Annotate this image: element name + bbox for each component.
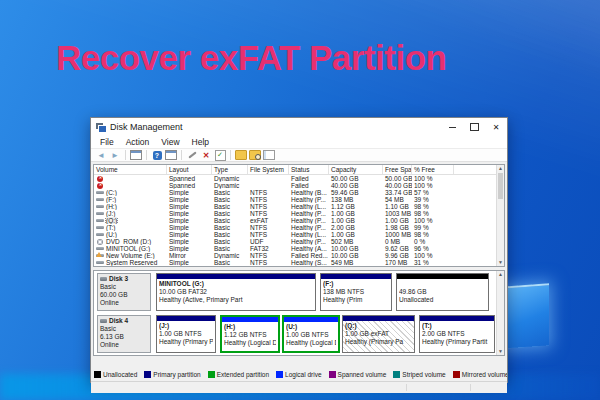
volume-pct-free: 96 % (412, 245, 454, 252)
disk-status: Online (100, 341, 148, 349)
volume-row[interactable]: System Reserved Simple Basic NTFS Health… (94, 259, 504, 266)
show-console-tree-icon[interactable] (130, 149, 142, 161)
disk-4-label[interactable]: Disk 4 Basic 6.13 GB Online (97, 315, 151, 353)
properties-panel-icon[interactable] (165, 149, 177, 161)
volume-status: Failed (289, 175, 329, 182)
column-header[interactable]: Free Spa... (383, 165, 412, 174)
column-header[interactable]: Volume (94, 165, 167, 174)
scroll-down-icon[interactable]: ▼ (498, 259, 503, 266)
volume-icon (96, 175, 105, 182)
volume-pct-free: 100 % (412, 182, 454, 189)
volume-type: Basic (212, 231, 248, 238)
help-icon[interactable] (151, 149, 163, 161)
volume-free-space: 1.10 GB (383, 203, 412, 210)
delete-icon[interactable] (200, 149, 212, 161)
partition-size: 138 MB NTFS (323, 288, 389, 296)
volume-capacity: 10.00 GB (329, 245, 383, 252)
volume-free-space: 9.96 GB (383, 252, 412, 259)
volume-type: Basic (212, 210, 248, 217)
volume-filesystem: NTFS (248, 259, 289, 266)
partition-u[interactable]: (U:) 1.00 GB NTFS Healthy (Logical Dri (282, 315, 340, 353)
new-folder-icon[interactable] (235, 149, 247, 161)
volume-name: (C:) (106, 189, 117, 196)
volume-type: Basic (212, 203, 248, 210)
menu-help[interactable]: Help (186, 137, 215, 147)
volume-icon (96, 182, 105, 189)
scroll-down-icon[interactable]: ▼ (498, 348, 503, 355)
forward-icon[interactable] (109, 149, 121, 161)
volume-row[interactable]: Spanned Dynamic Failed 40.00 GB 40.00 GB… (94, 182, 504, 189)
maximize-button[interactable] (463, 118, 485, 136)
volume-free-space: 9.62 GB (383, 245, 412, 252)
column-header[interactable]: Capacity (329, 165, 383, 174)
volume-name: (Q:) (106, 217, 117, 224)
disk-type: Basic (100, 325, 148, 333)
partition-minitool-g[interactable]: MINITOOL (G:) 10.00 GB FAT32 Healthy (Ac… (156, 273, 316, 311)
volume-status: Failed Red... (289, 252, 329, 259)
column-header[interactable]: File System (248, 165, 289, 174)
volume-pct-free: 98 % (412, 231, 454, 238)
legend-swatch (329, 371, 336, 378)
volume-row[interactable]: (F:) Simple Basic NTFS Healthy (P... 138… (94, 196, 504, 203)
partition-size: 10.00 GB FAT32 (159, 288, 313, 296)
partition-q[interactable]: (Q:) 1.00 GB exFAT Healthy (Primary Pa (342, 315, 415, 353)
legend-swatch (144, 371, 151, 378)
volume-layout: Spanned (167, 182, 212, 189)
volume-icon (96, 217, 105, 224)
volume-row[interactable]: Spanned Dynamic Failed 50.00 GB 50.00 GB… (94, 175, 504, 182)
minimize-button[interactable] (441, 118, 463, 136)
volume-row[interactable]: MINITOOL (G:) Simple Basic FAT32 Healthy… (94, 245, 504, 252)
disk-name: Disk 3 (109, 275, 128, 283)
volume-row[interactable]: (H:) Simple Basic NTFS Healthy (L... 1.1… (94, 203, 504, 210)
back-icon[interactable] (95, 149, 107, 161)
volume-status: Healthy (L... (289, 231, 329, 238)
title-bar[interactable]: Disk Management (91, 118, 507, 136)
volume-row[interactable]: (J:) Simple Basic NTFS Healthy (P... 1.0… (94, 210, 504, 217)
column-header[interactable]: % Free (412, 165, 454, 174)
partition-h[interactable]: (H:) 1.12 GB NTFS Healthy (Logical Dri (220, 315, 280, 353)
volume-row[interactable]: (T:) Simple Basic NTFS Healthy (P... 2.0… (94, 224, 504, 231)
menu-view[interactable]: View (155, 137, 185, 147)
menu-action[interactable]: Action (120, 137, 156, 147)
volume-row[interactable]: DVD_ROM (D:) Simple Basic UDF Healthy (P… (94, 238, 504, 245)
column-header[interactable]: Layout (167, 165, 212, 174)
column-header[interactable]: Status (289, 165, 329, 174)
partition-size: 1.00 GB NTFS (286, 331, 336, 339)
volume-row[interactable]: New Volume (E:) Mirror Dynamic NTFS Fail… (94, 252, 504, 259)
windows-logo (501, 283, 549, 348)
headline-text: Recover exFAT Partition (56, 38, 446, 78)
tool-icon[interactable] (186, 149, 198, 161)
legend-label: Logical drive (285, 371, 322, 378)
scrollbar-thumb[interactable] (498, 173, 503, 199)
scroll-up-icon[interactable]: ▲ (498, 271, 503, 278)
partition-t[interactable]: (T:) 2.00 GB NTFS Healthy (Primary Parti… (419, 315, 495, 353)
volume-capacity: 1.12 GB (329, 203, 383, 210)
toolbar-separator (181, 150, 182, 160)
scroll-up-icon[interactable]: ▲ (498, 165, 503, 172)
column-header[interactable]: Type (212, 165, 248, 174)
partition-f[interactable]: (F:) 138 MB NTFS Healthy (Prim (320, 273, 392, 311)
legend-label: Striped volume (402, 371, 445, 378)
disk-status: Online (100, 299, 148, 307)
partition-status: Healthy (Active, Primary Part (159, 296, 313, 304)
volume-list-scrollbar[interactable]: ▲ ▼ (496, 165, 504, 266)
volume-row[interactable]: (U:) Simple Basic NTFS Healthy (L... 1.0… (94, 231, 504, 238)
disk-map-scrollbar[interactable]: ▲ ▼ (496, 271, 504, 355)
legend-item: Logical drive (276, 371, 322, 378)
partition-j[interactable]: (J:) 1.00 GB NTFS Healthy (Primary Pa (156, 315, 216, 353)
find-folder-icon[interactable] (249, 149, 261, 161)
unallocated-space[interactable]: 49.86 GB Unallocated (396, 273, 489, 311)
properties-check-icon[interactable] (214, 149, 226, 161)
volume-row[interactable]: (C:) Simple Basic NTFS Healthy (B... 59.… (94, 189, 504, 196)
volume-row[interactable]: (Q:) Simple Basic exFAT Healthy (P... 1.… (94, 217, 504, 224)
menu-file[interactable]: File (94, 137, 120, 147)
close-button[interactable] (485, 118, 507, 136)
volume-capacity: 1.00 GB (329, 210, 383, 217)
partition-size: 1.00 GB NTFS (159, 330, 213, 338)
volume-status: Healthy (P... (289, 196, 329, 203)
volume-free-space: 54 MB (383, 196, 412, 203)
disk-3-label[interactable]: Disk 3 Basic 60.00 GB Online (97, 273, 151, 311)
volume-status: Healthy (P... (289, 224, 329, 231)
disk-map-pane: Disk 3 Basic 60.00 GB Online MINITOOL (G… (93, 270, 505, 356)
panel-icon[interactable] (263, 149, 275, 161)
